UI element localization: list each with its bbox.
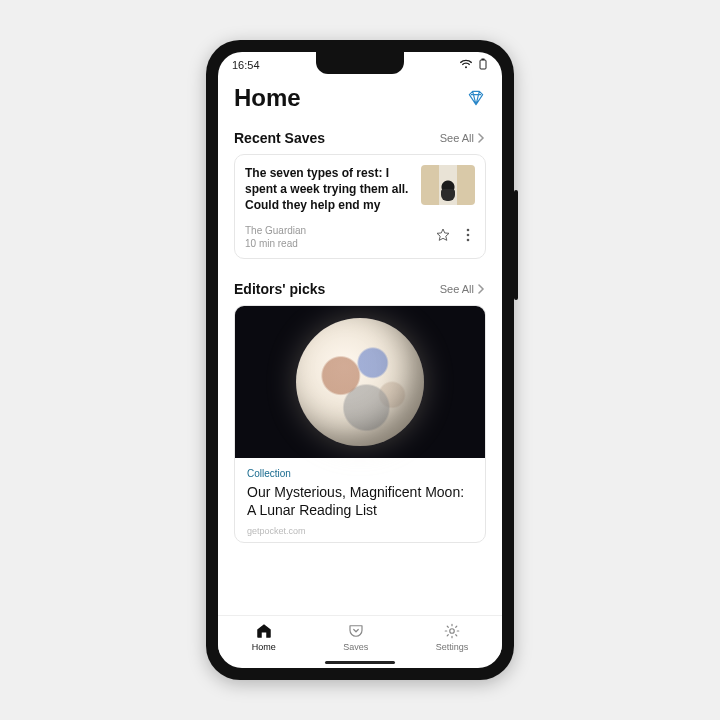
overflow-menu-icon[interactable] (461, 227, 475, 247)
chevron-right-icon (476, 133, 486, 143)
nav-saves-label: Saves (343, 642, 368, 652)
editors-hero-image (235, 306, 485, 458)
battery-icon (478, 58, 488, 72)
recent-saves-header: Recent Saves See All (234, 130, 486, 146)
recent-saves-heading: Recent Saves (234, 130, 325, 146)
article-title: The seven types of rest: I spent a week … (245, 165, 411, 214)
status-icons (460, 58, 488, 72)
home-icon (255, 622, 273, 640)
editors-picks-header: Editors' picks See All (234, 281, 486, 297)
svg-point-5 (450, 629, 455, 634)
article-source: The Guardian (245, 224, 306, 237)
chevron-right-icon (476, 284, 486, 294)
article-readtime: 10 min read (245, 237, 306, 250)
favorite-icon[interactable] (435, 227, 451, 247)
svg-point-3 (467, 233, 470, 236)
svg-point-2 (467, 228, 470, 231)
wifi-icon (460, 59, 472, 71)
editors-picks-heading: Editors' picks (234, 281, 325, 297)
nav-saves[interactable]: Saves (343, 622, 368, 652)
editors-pick-card[interactable]: Collection Our Mysterious, Magnificent M… (234, 305, 486, 544)
nav-settings-label: Settings (436, 642, 469, 652)
nav-settings[interactable]: Settings (436, 622, 469, 652)
collection-tag: Collection (247, 468, 473, 479)
status-time: 16:54 (232, 59, 260, 71)
editors-article-title: Our Mysterious, Magnificent Moon: A Luna… (247, 483, 473, 521)
svg-rect-1 (482, 59, 485, 61)
card-top: The seven types of rest: I spent a week … (245, 165, 475, 214)
recent-save-card[interactable]: The seven types of rest: I spent a week … (234, 154, 486, 259)
card-actions (435, 227, 475, 247)
home-indicator[interactable] (218, 656, 502, 668)
see-all-label: See All (440, 132, 474, 144)
app-header: Home (218, 78, 502, 120)
screen: 16:54 Home Recent Saves See All (218, 52, 502, 668)
premium-icon[interactable] (466, 88, 486, 108)
moon-illustration (296, 318, 424, 446)
editors-see-all-link[interactable]: See All (440, 283, 486, 295)
content-area: Recent Saves See All The seven types of … (218, 120, 502, 615)
phone-frame: 16:54 Home Recent Saves See All (206, 40, 514, 680)
saves-icon (347, 622, 365, 640)
article-thumbnail (421, 165, 475, 205)
notch (316, 52, 404, 74)
bottom-nav: Home Saves Settings (218, 615, 502, 656)
nav-home-label: Home (252, 642, 276, 652)
page-title: Home (234, 84, 301, 112)
svg-rect-0 (480, 60, 486, 69)
article-meta: The Guardian 10 min read (245, 224, 306, 250)
recent-see-all-link[interactable]: See All (440, 132, 486, 144)
settings-icon (443, 622, 461, 640)
editors-article-domain: getpocket.com (247, 526, 473, 536)
card-meta-row: The Guardian 10 min read (245, 224, 475, 250)
svg-point-4 (467, 238, 470, 241)
see-all-label: See All (440, 283, 474, 295)
editors-card-body: Collection Our Mysterious, Magnificent M… (235, 458, 485, 543)
nav-home[interactable]: Home (252, 622, 276, 652)
